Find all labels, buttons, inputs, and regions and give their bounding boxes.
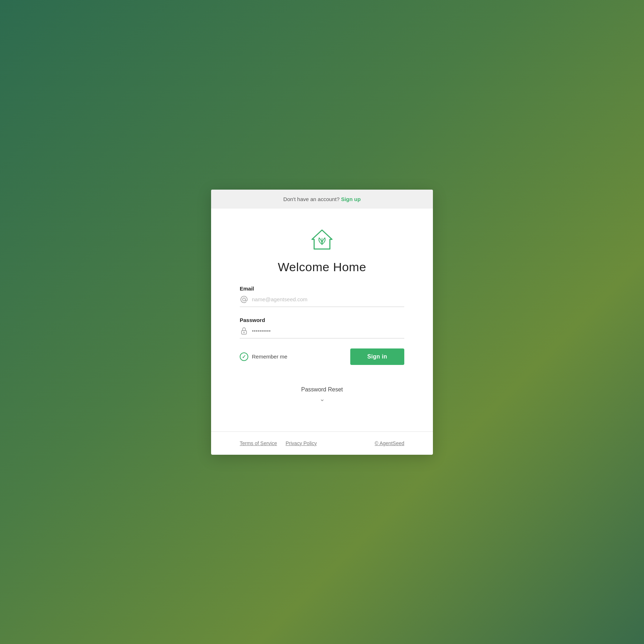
card-body: Welcome Home Email Password — [211, 209, 433, 431]
copyright-text: © AgentSeed — [375, 440, 404, 446]
email-input-wrapper — [240, 295, 404, 307]
form-actions: ✓ Remember me Sign in — [240, 348, 404, 365]
card-footer: Terms of Service Privacy Policy © AgentS… — [211, 431, 433, 455]
email-group: Email — [240, 286, 404, 307]
password-input[interactable] — [252, 328, 404, 334]
terms-of-service-link[interactable]: Terms of Service — [240, 440, 277, 446]
app-logo-icon — [308, 226, 336, 254]
welcome-title: Welcome Home — [278, 260, 366, 274]
remember-me-label: Remember me — [252, 353, 287, 360]
lock-icon — [240, 327, 248, 335]
agentseed-copyright-link[interactable]: © AgentSeed — [375, 440, 404, 446]
password-reset-text[interactable]: Password Reset — [240, 386, 404, 393]
email-input[interactable] — [252, 296, 404, 302]
remember-me-group: ✓ Remember me — [240, 352, 287, 361]
checkmark-icon: ✓ — [242, 354, 246, 360]
footer-links: Terms of Service Privacy Policy — [240, 440, 317, 446]
privacy-policy-link[interactable]: Privacy Policy — [286, 440, 317, 446]
at-sign-icon — [240, 295, 248, 304]
signup-link[interactable]: Sign up — [341, 196, 361, 202]
password-input-wrapper — [240, 327, 404, 338]
email-label: Email — [240, 286, 404, 292]
login-card: Don't have an account? Sign up Welcome H… — [211, 190, 433, 455]
svg-point-1 — [243, 298, 245, 301]
logo-area: Welcome Home — [240, 226, 404, 274]
password-reset-section: Password Reset ⌄ — [240, 379, 404, 417]
chevron-down-icon[interactable]: ⌄ — [240, 395, 404, 403]
sign-in-button[interactable]: Sign in — [350, 348, 404, 365]
no-account-text: Don't have an account? — [283, 196, 340, 202]
password-group: Password — [240, 317, 404, 338]
top-banner: Don't have an account? Sign up — [211, 190, 433, 209]
password-label: Password — [240, 317, 404, 323]
remember-me-checkbox[interactable]: ✓ — [240, 352, 248, 361]
svg-point-3 — [244, 332, 244, 333]
